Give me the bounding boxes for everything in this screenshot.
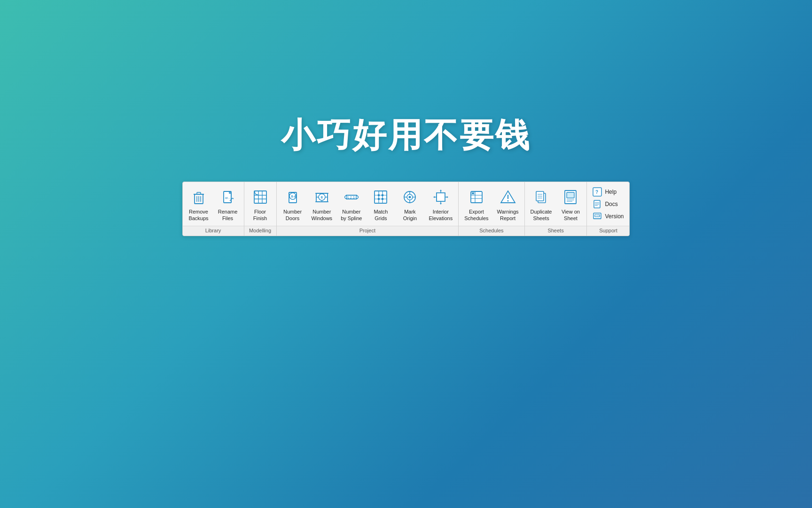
svg-text:v1.0: v1.0 <box>596 214 600 217</box>
interior-elevations-icon <box>431 188 450 206</box>
match-grids-icon <box>371 188 390 206</box>
number-by-spline-label: Number by Spline <box>341 208 362 222</box>
help-icon: ? <box>593 187 602 197</box>
svg-point-31 <box>356 196 358 198</box>
rename-files-label: Rename Files <box>218 208 238 222</box>
group-support: ? Help Docs <box>587 182 629 236</box>
modelling-group-label: Modelling <box>244 226 276 236</box>
group-library: Remove Backups ar... Rename Files <box>183 182 244 236</box>
number-windows-button[interactable]: 8 Number Windows <box>308 185 336 224</box>
number-by-spline-icon: 1 2 3 <box>342 188 361 206</box>
number-doors-button[interactable]: 8-A Number Doors <box>279 185 307 224</box>
svg-rect-48 <box>437 193 445 201</box>
svg-rect-40 <box>382 198 383 200</box>
svg-marker-50 <box>440 190 442 191</box>
group-sheets: Duplicate Sheets View on Sheet Sheets <box>525 182 587 236</box>
docs-button[interactable]: Docs <box>592 198 618 210</box>
svg-marker-52 <box>440 203 442 205</box>
svg-marker-54 <box>433 196 435 198</box>
view-on-sheet-label: View on Sheet <box>562 208 580 222</box>
interior-elevations-label: Interior Elevations <box>429 208 453 222</box>
svg-rect-38 <box>382 194 383 196</box>
group-project: 8-A Number Doors <box>277 182 459 236</box>
ribbon-toolbar: Remove Backups ar... Rename Files <box>182 182 630 236</box>
svg-text:1  2  3: 1 2 3 <box>347 196 355 199</box>
number-by-spline-button[interactable]: 1 2 3 Number by Spline <box>337 185 366 224</box>
help-label: Help <box>605 189 617 195</box>
view-on-sheet-button[interactable]: View on Sheet <box>556 185 585 224</box>
warnings-report-label: Warnings Report <box>497 208 519 222</box>
export-schedules-icon <box>467 188 486 206</box>
number-doors-icon: 8-A <box>283 188 302 206</box>
mark-origin-button[interactable]: Mark Origin <box>396 185 424 224</box>
export-schedules-button[interactable]: Export Schedules <box>461 185 492 224</box>
library-group-label: Library <box>183 226 244 236</box>
match-grids-button[interactable]: Match Grids <box>367 185 395 224</box>
number-doors-label: Number Doors <box>283 208 302 222</box>
svg-rect-10 <box>254 191 266 203</box>
rename-files-icon: ar... <box>219 188 237 206</box>
group-modelling: Floor Finish Modelling <box>244 182 277 236</box>
help-button[interactable]: ? Help <box>592 186 617 198</box>
group-schedules: Export Schedules Warnings Report Schedul… <box>459 182 524 236</box>
version-icon: v1.0 <box>593 212 602 221</box>
floor-finish-button[interactable]: Floor Finish <box>246 185 274 224</box>
svg-rect-37 <box>378 194 380 196</box>
export-schedules-label: Export Schedules <box>464 208 488 222</box>
svg-rect-39 <box>378 198 380 200</box>
svg-marker-56 <box>447 196 448 198</box>
version-button[interactable]: v1.0 Version <box>592 210 625 222</box>
duplicate-sheets-button[interactable]: Duplicate Sheets <box>527 185 556 224</box>
warnings-report-icon <box>499 188 517 206</box>
svg-text:ar...: ar... <box>225 196 231 199</box>
remove-backups-button[interactable]: Remove Backups <box>185 185 213 224</box>
svg-text:?: ? <box>595 190 598 195</box>
project-group-label: Project <box>277 226 459 236</box>
remove-backups-label: Remove Backups <box>188 208 208 222</box>
view-on-sheet-icon <box>561 188 580 206</box>
svg-text:8: 8 <box>320 195 323 199</box>
svg-text:8-A: 8-A <box>291 195 296 198</box>
svg-point-30 <box>344 196 347 198</box>
docs-label: Docs <box>605 201 617 207</box>
rename-files-button[interactable]: ar... Rename Files <box>214 185 242 224</box>
number-windows-icon: 8 <box>312 188 331 206</box>
svg-rect-72 <box>567 192 574 198</box>
floor-finish-icon <box>251 188 270 206</box>
svg-rect-32 <box>375 191 387 203</box>
version-label: Version <box>605 213 624 220</box>
interior-elevations-button[interactable]: Interior Elevations <box>425 185 456 224</box>
mark-origin-label: Mark Origin <box>403 208 417 222</box>
mark-origin-icon <box>400 188 419 206</box>
remove-backups-icon <box>189 188 208 206</box>
support-group-label: Support <box>587 226 629 236</box>
floor-finish-label: Floor Finish <box>253 208 267 222</box>
duplicate-sheets-label: Duplicate Sheets <box>531 208 552 222</box>
match-grids-label: Match Grids <box>374 208 388 222</box>
duplicate-sheets-icon <box>532 188 551 206</box>
docs-icon <box>593 199 602 209</box>
page-title: 小巧好用不要钱 <box>281 113 531 158</box>
warnings-report-button[interactable]: Warnings Report <box>493 185 523 224</box>
number-windows-label: Number Windows <box>312 208 333 222</box>
schedules-group-label: Schedules <box>459 226 524 236</box>
svg-point-65 <box>507 200 508 202</box>
sheets-group-label: Sheets <box>525 226 587 236</box>
svg-point-43 <box>409 196 411 198</box>
svg-line-9 <box>233 198 234 199</box>
